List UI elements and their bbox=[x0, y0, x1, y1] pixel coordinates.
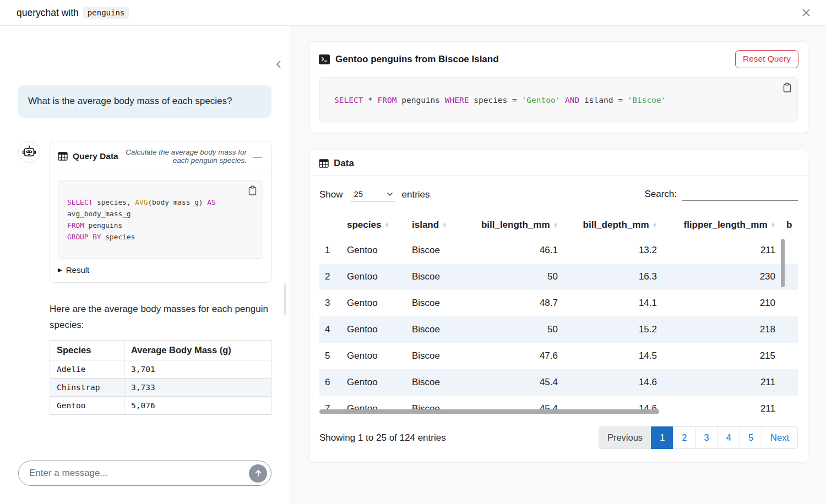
sql-line: avg_body_mass_g bbox=[67, 209, 254, 220]
sql-line: GROUP BY species bbox=[67, 232, 254, 243]
pagination-next[interactable]: Next bbox=[762, 426, 798, 449]
pagination-page-1[interactable]: 1 bbox=[651, 426, 673, 449]
main-sql-code: SELECT * FROM penguins WHERE species = '… bbox=[334, 96, 783, 105]
column-header-island[interactable]: island▲▼ bbox=[406, 214, 467, 237]
column-header-flipper_length_mm[interactable]: flipper_length_mm▲▼ bbox=[662, 214, 781, 237]
chevron-down-icon bbox=[387, 192, 393, 196]
chat-messages: What is the average body mass of each sp… bbox=[0, 85, 290, 415]
bot-avatar bbox=[18, 141, 40, 163]
reset-query-button[interactable]: Reset Query bbox=[735, 50, 798, 68]
answer-table-head: SpeciesAverage Body Mass (g) bbox=[50, 341, 271, 360]
table-row: 4GentooBiscoe5015.2218 bbox=[319, 316, 798, 343]
sort-icon[interactable]: ▲▼ bbox=[553, 222, 558, 228]
horizontal-scrollbar[interactable] bbox=[319, 409, 659, 414]
chat-input-placeholder: Enter a message... bbox=[29, 468, 108, 479]
pagination-page-5[interactable]: 5 bbox=[740, 426, 762, 449]
copy-icon[interactable] bbox=[782, 83, 792, 93]
table-row: 6GentooBiscoe45.414.6211 bbox=[319, 369, 798, 396]
answer-table-row: Gentoo5,076 bbox=[50, 397, 271, 415]
vertical-scrollbar[interactable] bbox=[781, 239, 785, 287]
data-table-header-row: species▲▼island▲▼bill_length_mm▲▼bill_de… bbox=[319, 214, 798, 237]
assistant-answer-text: Here are the average body masses for eac… bbox=[50, 302, 271, 333]
sort-icon[interactable]: ▲▼ bbox=[653, 222, 657, 228]
sort-icon[interactable]: ▲▼ bbox=[442, 222, 447, 228]
collapse-sidebar-icon[interactable] bbox=[275, 59, 282, 70]
panel-resize-handle[interactable] bbox=[284, 283, 286, 315]
app-header: querychat with penguins bbox=[0, 0, 826, 26]
main-content: Gentoo penguins from Biscoe Island Reset… bbox=[290, 26, 826, 504]
answer-table-row: Adelie3,701 bbox=[50, 360, 271, 379]
app-title-text: querychat with bbox=[17, 7, 79, 19]
chat-sidebar: What is the average body mass of each sp… bbox=[0, 26, 290, 504]
chat-input[interactable]: Enter a message... bbox=[18, 461, 271, 486]
table-grid-icon bbox=[58, 152, 68, 161]
chat-sql-code: SELECT species, AVG(body_mass_g) ASavg_b… bbox=[67, 197, 254, 243]
tool-card-subtitle: Calculate the average body mass for each… bbox=[123, 148, 247, 166]
column-header-species[interactable]: species▲▼ bbox=[341, 214, 406, 237]
table-row: 3GentooBiscoe48.714.1210 bbox=[319, 290, 798, 316]
chat-sql-block: SELECT species, AVG(body_mass_g) ASavg_b… bbox=[58, 180, 263, 259]
column-header-rownum bbox=[319, 214, 341, 237]
pagination-page-4[interactable]: 4 bbox=[718, 426, 740, 449]
tool-card-title: Query Data bbox=[58, 151, 118, 161]
main-sql-block: SELECT * FROM penguins WHERE species = '… bbox=[319, 77, 798, 122]
sql-line: FROM penguins bbox=[67, 220, 254, 232]
answer-table-body: Adelie3,701Chinstrap3,733Gentoo5,076 bbox=[50, 360, 271, 415]
answer-table: SpeciesAverage Body Mass (g) Adelie3,701… bbox=[50, 340, 271, 415]
answer-col-header: Average Body Mass (g) bbox=[124, 341, 271, 360]
data-table-wrap: species▲▼island▲▼bill_length_mm▲▼bill_de… bbox=[319, 214, 798, 415]
robot-icon bbox=[22, 145, 36, 159]
table-row: 5GentooBiscoe47.614.5215 bbox=[319, 343, 798, 369]
query-card: Gentoo penguins from Biscoe Island Reset… bbox=[309, 41, 808, 133]
user-message: What is the average body mass of each sp… bbox=[18, 85, 271, 118]
column-header-b: b bbox=[781, 214, 798, 237]
result-toggle[interactable]: ▶ Result bbox=[58, 265, 263, 275]
page-length-select[interactable]: 25 bbox=[350, 188, 395, 201]
copy-icon[interactable] bbox=[248, 185, 257, 196]
table-row: 1GentooBiscoe46.113.2211 bbox=[319, 237, 798, 264]
data-card-title: Data bbox=[309, 150, 808, 176]
table-info: Showing 1 to 25 of 124 entries bbox=[319, 432, 446, 443]
page-length-control: Show 25 entries bbox=[319, 188, 430, 201]
pagination: Previous12345Next bbox=[599, 426, 798, 449]
sort-icon[interactable]: ▲▼ bbox=[771, 222, 775, 228]
pagination-page-2[interactable]: 2 bbox=[673, 426, 695, 449]
table-grid-icon bbox=[319, 159, 329, 168]
app-title: querychat with penguins bbox=[17, 7, 129, 19]
answer-col-header: Species bbox=[50, 341, 124, 360]
tool-call-card: Query Data Calculate the average body ma… bbox=[50, 141, 271, 283]
data-table: species▲▼island▲▼bill_length_mm▲▼bill_de… bbox=[319, 214, 798, 415]
query-title: Gentoo penguins from Biscoe Island bbox=[335, 54, 730, 65]
collapse-card-button[interactable]: — bbox=[252, 152, 263, 161]
triangle-right-icon: ▶ bbox=[58, 267, 62, 273]
search-input[interactable] bbox=[682, 188, 798, 201]
sql-line: SELECT species, AVG(body_mass_g) AS bbox=[67, 197, 254, 209]
answer-table-row: Chinstrap3,733 bbox=[50, 379, 271, 397]
close-icon[interactable] bbox=[798, 5, 814, 20]
search-label: Search: bbox=[644, 189, 677, 200]
column-header-bill_depth_mm[interactable]: bill_depth_mm▲▼ bbox=[563, 214, 662, 237]
data-table-body: 1GentooBiscoe46.113.22112GentooBiscoe501… bbox=[319, 237, 798, 415]
terminal-icon bbox=[319, 54, 330, 64]
column-header-bill_length_mm[interactable]: bill_length_mm▲▼ bbox=[467, 214, 563, 237]
arrow-up-icon bbox=[254, 469, 263, 478]
pagination-previous[interactable]: Previous bbox=[599, 426, 651, 449]
dataset-chip: penguins bbox=[83, 7, 129, 19]
table-row: 2GentooBiscoe5016.3230 bbox=[319, 264, 798, 290]
pagination-page-3[interactable]: 3 bbox=[695, 426, 718, 449]
send-button[interactable] bbox=[249, 464, 267, 483]
data-card: Data Show 25 entries Search: bbox=[309, 150, 808, 463]
sort-icon[interactable]: ▲▼ bbox=[384, 222, 389, 228]
